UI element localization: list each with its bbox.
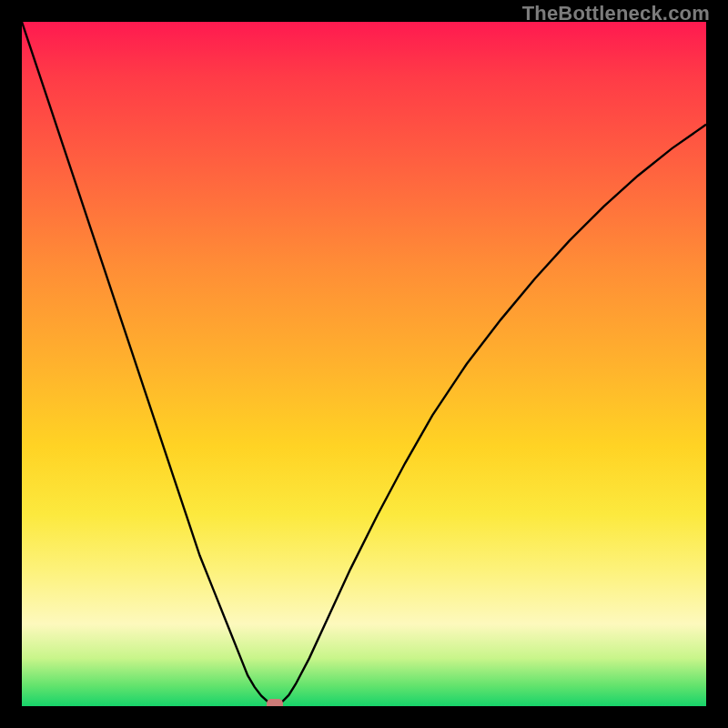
minimum-marker <box>267 699 283 706</box>
curve-layer <box>22 22 706 706</box>
watermark-text: TheBottleneck.com <box>522 2 710 25</box>
bottleneck-curve <box>22 22 706 705</box>
plot-area <box>22 22 706 706</box>
chart-frame: TheBottleneck.com <box>0 0 728 728</box>
